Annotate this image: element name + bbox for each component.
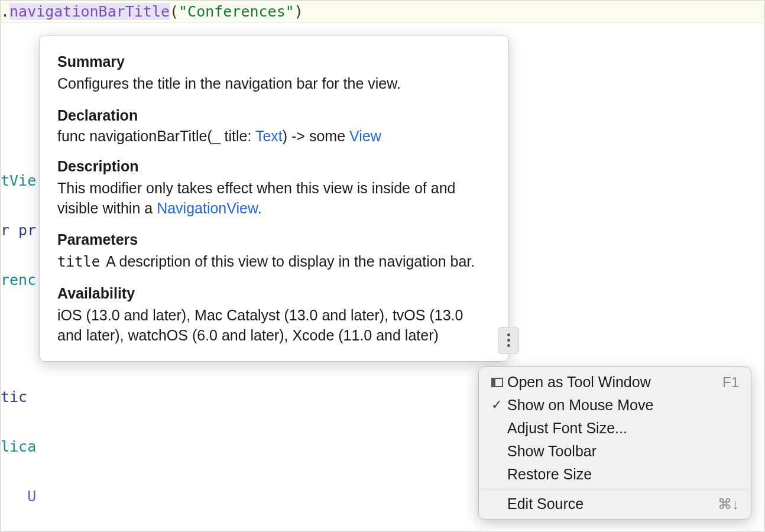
kebab-dot-icon — [507, 333, 510, 336]
decl-type-link[interactable]: Text — [255, 128, 283, 144]
bg-code-line: renc — [1, 268, 36, 293]
parameter-description: A description of this view to display in… — [106, 252, 475, 272]
parameter-row: title A description of this view to disp… — [57, 252, 491, 272]
close-paren: ) — [294, 3, 303, 20]
check-icon — [491, 400, 503, 411]
menu-label: Show on Mouse Move — [507, 397, 739, 414]
menu-shortcut: F1 — [722, 374, 739, 391]
menu-item-restore-size[interactable]: Restore Size — [479, 463, 751, 486]
menu-label: Show Toolbar — [507, 443, 739, 460]
code-dot: . — [1, 3, 9, 20]
menu-label: Adjust Font Size... — [507, 420, 739, 437]
availability-heading: Availability — [57, 285, 491, 302]
parameters-heading: Parameters — [57, 231, 491, 248]
code-string: "Conferences" — [179, 3, 294, 20]
menu-label: Restore Size — [507, 466, 739, 483]
bg-code-line: r pr — [1, 218, 36, 243]
documentation-popup: Summary Configures the title in the navi… — [39, 35, 509, 362]
menu-item-edit-source[interactable]: Edit Source ⌘↓ — [479, 492, 751, 515]
decl-type-link[interactable]: View — [349, 128, 381, 144]
bg-code-line: lica — [1, 434, 36, 459]
summary-heading: Summary — [57, 53, 491, 70]
menu-item-show-toolbar[interactable]: Show Toolbar — [479, 440, 751, 463]
bg-code-line: U — [1, 484, 36, 509]
context-menu: Open as Tool Window F1 Show on Mouse Mov… — [478, 366, 751, 520]
decl-prefix: func navigationBarTitle(_ title: — [57, 128, 255, 144]
menu-icon-slot — [487, 378, 507, 387]
kebab-dot-icon — [507, 344, 510, 347]
menu-icon-slot — [487, 400, 507, 411]
tool-window-icon — [491, 378, 503, 387]
description-heading: Description — [57, 158, 491, 175]
code-line[interactable]: .navigationBarTitle("Conferences") — [1, 1, 764, 23]
bg-code-line: tVie — [1, 168, 36, 193]
availability-text: iOS (13.0 and later), Mac Catalyst (13.0… — [57, 306, 491, 346]
menu-label: Edit Source — [507, 495, 718, 512]
menu-item-show-on-mouse-move[interactable]: Show on Mouse Move — [479, 394, 751, 417]
menu-shortcut: ⌘↓ — [718, 496, 739, 512]
code-method-name: navigationBarTitle — [9, 3, 170, 20]
open-paren: ( — [170, 3, 179, 20]
description-text: This modifier only takes effect when thi… — [57, 179, 491, 219]
description-suffix: . — [258, 200, 262, 216]
menu-separator — [479, 489, 751, 489]
menu-item-open-tool-window[interactable]: Open as Tool Window F1 — [479, 371, 751, 394]
menu-item-adjust-font-size[interactable]: Adjust Font Size... — [479, 417, 751, 440]
kebab-dot-icon — [507, 339, 510, 342]
bg-code-line: tic — [1, 385, 36, 410]
declaration-heading: Declaration — [57, 107, 491, 124]
background-code: tVie r pr renc tic lica U — [1, 24, 36, 532]
more-options-button[interactable] — [498, 327, 519, 354]
decl-mid: ) -> some — [283, 128, 349, 144]
description-link[interactable]: NavigationView — [157, 200, 257, 216]
declaration-text: func navigationBarTitle(_ title: Text) -… — [57, 128, 491, 145]
menu-label: Open as Tool Window — [507, 374, 722, 391]
parameter-name: title — [57, 254, 100, 270]
summary-text: Configures the title in the navigation b… — [57, 74, 491, 94]
